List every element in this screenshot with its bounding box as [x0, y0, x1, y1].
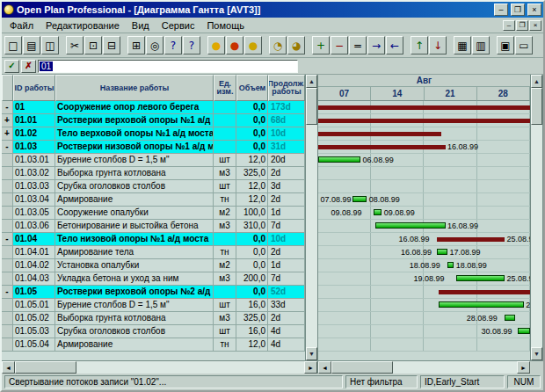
menu-item-Редактирование[interactable]: Редактирование	[40, 19, 126, 32]
table-row[interactable]: 01.03.06Бетонирование и выстойка бетонам…	[2, 220, 305, 233]
monitor-button[interactable]: ▭	[515, 36, 533, 54]
expand-toggle[interactable]: -	[2, 141, 13, 154]
open-button[interactable]: ▤	[23, 36, 40, 54]
scroll-up-button[interactable]: ▲	[531, 75, 542, 88]
scroll-thumb[interactable]	[15, 361, 76, 374]
header-name[interactable]: Название работы	[55, 75, 214, 101]
scroll-left-button[interactable]: ◄	[318, 361, 331, 374]
summary-bar[interactable]	[318, 145, 446, 149]
scroll-right-button[interactable]: ►	[304, 361, 317, 374]
accept-button[interactable]: ✓	[4, 60, 19, 73]
gantt-vertical-scrollbar[interactable]: ▲ ▼	[530, 75, 543, 360]
scroll-track[interactable]	[393, 361, 517, 374]
scroll-left-button[interactable]: ◄	[2, 361, 15, 374]
outdent-button[interactable]: ←	[386, 36, 403, 54]
summary-bar[interactable]	[437, 237, 505, 242]
scroll-track[interactable]	[531, 125, 542, 347]
expand-toggle[interactable]: -	[2, 286, 13, 299]
menu-item-Сервис[interactable]: Сервис	[156, 19, 201, 32]
summary-bar[interactable]	[318, 132, 441, 136]
mdi-close-button[interactable]: ×	[529, 20, 541, 31]
cancel-button[interactable]: ✗	[21, 60, 36, 73]
resource-analysis-button[interactable]: ●	[226, 36, 243, 54]
scroll-track[interactable]	[76, 361, 304, 374]
scroll-down-button[interactable]: ▼	[306, 347, 317, 360]
summary-bar[interactable]	[439, 290, 530, 294]
scroll-thumb[interactable]	[306, 88, 317, 125]
cost-analysis-button[interactable]: ●	[244, 36, 262, 54]
clock-button[interactable]: ◔	[269, 36, 287, 54]
table-row[interactable]: -01.05Ростверки верховой опоры №2 а/д0,0…	[2, 286, 305, 299]
table-row[interactable]: 01.04.03Укладка бетона и уход за нимм320…	[2, 272, 305, 286]
close-button[interactable]: ×	[527, 4, 541, 16]
scroll-thumb[interactable]	[331, 361, 393, 374]
table-row[interactable]: 01.04.01Армирование телатн0,02d	[2, 246, 305, 259]
table-row[interactable]: 01.03.02Выборка грунта котлованам3325,02…	[2, 167, 305, 180]
task-bar[interactable]	[352, 196, 367, 202]
task-bar[interactable]	[456, 275, 505, 281]
table-row[interactable]: -01Сооружение опор левого берега0,0173d	[2, 101, 305, 114]
task-bar[interactable]	[375, 222, 446, 229]
views-button[interactable]: ▣	[497, 36, 514, 54]
add-button[interactable]: +	[312, 36, 330, 54]
task-bar[interactable]	[505, 315, 515, 321]
preview-button[interactable]: ◎	[146, 36, 164, 54]
indent-button[interactable]: →	[367, 36, 385, 54]
table-row[interactable]: +01.01Ростверки верховой опоры №1 а/д0,0…	[2, 114, 305, 127]
history-button[interactable]: ◕	[287, 36, 305, 54]
scroll-thumb[interactable]	[531, 88, 542, 125]
header-volume[interactable]: Объем	[236, 75, 268, 101]
scroll-right-button[interactable]: ►	[517, 361, 530, 374]
table-row[interactable]: 01.05.02Выборка грунта котлованам3325,02…	[2, 312, 305, 325]
table-row[interactable]: -01.03Ростверки низовой опоры №1 а/д м0,…	[2, 141, 305, 154]
expand-toggle[interactable]: +	[2, 114, 13, 127]
scroll-up-button[interactable]: ▲	[306, 75, 317, 88]
time-analysis-button[interactable]: ●	[207, 36, 225, 54]
menu-item-Файл[interactable]: Файл	[4, 19, 40, 32]
help-button[interactable]: ?	[164, 36, 182, 54]
header-id[interactable]: ID работы	[13, 75, 55, 101]
table-vertical-scrollbar[interactable]: ▲ ▼	[305, 75, 318, 360]
mdi-restore-button[interactable]: ❐	[516, 20, 528, 31]
table-row[interactable]: 01.03.04Армированиетн12,02d	[2, 193, 305, 207]
table-row[interactable]: 01.03.03Срубка оголовков столбовшт12,03d	[2, 180, 305, 193]
table-row[interactable]: 01.05.01Бурение столбов D = 1,5 м"шт16,0…	[2, 299, 305, 312]
menu-item-Помощь[interactable]: Помощь	[200, 19, 251, 32]
cut-button[interactable]: ✂	[66, 36, 84, 54]
table-row[interactable]: -01.04Тело низовой опоры №1 а/д моста0,0…	[2, 233, 305, 246]
expand-toggle[interactable]: +	[2, 127, 13, 141]
scroll-track[interactable]	[306, 125, 317, 347]
context-help-button[interactable]: ?	[183, 36, 200, 54]
move-down-button[interactable]: ↓	[429, 36, 447, 54]
edit-field[interactable]: 01	[38, 60, 298, 73]
print-button[interactable]: ⊞	[127, 36, 145, 54]
table-row[interactable]: 01.04.02Установка опалубким20,01d	[2, 259, 305, 272]
header-duration[interactable]: Продолж. работы	[268, 75, 305, 101]
calendar-button[interactable]: ▦	[454, 36, 471, 54]
summary-bar[interactable]	[318, 105, 530, 110]
table-row[interactable]: 01.05.03Срубка оголовков столбовшт16,04d	[2, 325, 305, 338]
maximize-button[interactable]: ❐	[511, 4, 525, 16]
table-row[interactable]: 01.03.05Сооружение опалубким2100,01d	[2, 207, 305, 220]
scroll-down-button[interactable]: ▼	[531, 347, 542, 360]
new-button[interactable]: □	[4, 36, 22, 54]
equals-button[interactable]: =	[349, 36, 367, 54]
task-bar[interactable]	[437, 249, 447, 255]
save-button[interactable]: ◫	[41, 36, 59, 54]
task-bar[interactable]	[447, 262, 454, 268]
table-row[interactable]: 01.03.01Бурение столбов D = 1,5 м"шт12,0…	[2, 154, 305, 167]
task-bar[interactable]	[518, 328, 530, 334]
header-unit[interactable]: Ед. изм.	[214, 75, 236, 101]
mdi-minimize-button[interactable]: –	[503, 20, 515, 31]
menu-item-Вид[interactable]: Вид	[126, 19, 156, 32]
gantt-view-button[interactable]: ▥	[472, 36, 490, 54]
table-horizontal-scrollbar[interactable]: ◄ ►	[2, 361, 318, 374]
table-row[interactable]: +01.02Тело верховой опоры №1 а/д моста0,…	[2, 127, 305, 141]
gantt-horizontal-scrollbar[interactable]: ◄ ►	[318, 361, 530, 374]
task-bar[interactable]	[374, 209, 382, 215]
remove-button[interactable]: −	[331, 36, 348, 54]
table-row[interactable]: 01.05.04Армированиетн12,04d	[2, 338, 305, 352]
copy-button[interactable]: ⊡	[84, 36, 102, 54]
summary-bar[interactable]	[318, 119, 530, 123]
expand-toggle[interactable]: -	[2, 101, 13, 114]
